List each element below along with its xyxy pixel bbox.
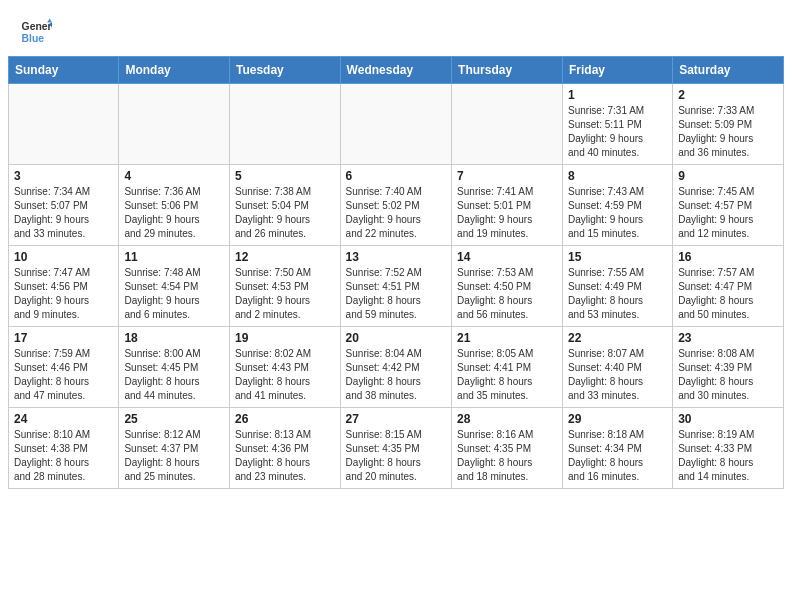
day-info: Sunrise: 8:19 AM Sunset: 4:33 PM Dayligh…	[678, 428, 778, 484]
day-info: Sunrise: 7:34 AM Sunset: 5:07 PM Dayligh…	[14, 185, 113, 241]
day-info: Sunrise: 8:00 AM Sunset: 4:45 PM Dayligh…	[124, 347, 224, 403]
day-info: Sunrise: 7:41 AM Sunset: 5:01 PM Dayligh…	[457, 185, 557, 241]
day-info: Sunrise: 8:07 AM Sunset: 4:40 PM Dayligh…	[568, 347, 667, 403]
day-number: 17	[14, 331, 113, 345]
calendar-cell: 17Sunrise: 7:59 AM Sunset: 4:46 PM Dayli…	[9, 327, 119, 408]
calendar-cell: 3Sunrise: 7:34 AM Sunset: 5:07 PM Daylig…	[9, 165, 119, 246]
calendar-cell: 28Sunrise: 8:16 AM Sunset: 4:35 PM Dayli…	[452, 408, 563, 489]
day-number: 25	[124, 412, 224, 426]
day-info: Sunrise: 7:48 AM Sunset: 4:54 PM Dayligh…	[124, 266, 224, 322]
calendar-cell: 21Sunrise: 8:05 AM Sunset: 4:41 PM Dayli…	[452, 327, 563, 408]
day-info: Sunrise: 7:43 AM Sunset: 4:59 PM Dayligh…	[568, 185, 667, 241]
day-number: 7	[457, 169, 557, 183]
calendar-cell: 23Sunrise: 8:08 AM Sunset: 4:39 PM Dayli…	[673, 327, 784, 408]
calendar-cell: 2Sunrise: 7:33 AM Sunset: 5:09 PM Daylig…	[673, 84, 784, 165]
day-number: 16	[678, 250, 778, 264]
day-number: 24	[14, 412, 113, 426]
calendar-cell	[9, 84, 119, 165]
weekday-header-tuesday: Tuesday	[229, 57, 340, 84]
page-header: General Blue	[0, 0, 792, 56]
calendar-cell: 20Sunrise: 8:04 AM Sunset: 4:42 PM Dayli…	[340, 327, 451, 408]
calendar-cell: 18Sunrise: 8:00 AM Sunset: 4:45 PM Dayli…	[119, 327, 230, 408]
calendar-cell: 4Sunrise: 7:36 AM Sunset: 5:06 PM Daylig…	[119, 165, 230, 246]
weekday-header-saturday: Saturday	[673, 57, 784, 84]
day-number: 28	[457, 412, 557, 426]
day-info: Sunrise: 8:15 AM Sunset: 4:35 PM Dayligh…	[346, 428, 446, 484]
calendar-cell	[340, 84, 451, 165]
calendar-cell: 5Sunrise: 7:38 AM Sunset: 5:04 PM Daylig…	[229, 165, 340, 246]
day-number: 20	[346, 331, 446, 345]
day-info: Sunrise: 7:36 AM Sunset: 5:06 PM Dayligh…	[124, 185, 224, 241]
calendar-cell: 9Sunrise: 7:45 AM Sunset: 4:57 PM Daylig…	[673, 165, 784, 246]
day-info: Sunrise: 7:57 AM Sunset: 4:47 PM Dayligh…	[678, 266, 778, 322]
weekday-header-friday: Friday	[563, 57, 673, 84]
calendar-week-3: 17Sunrise: 7:59 AM Sunset: 4:46 PM Dayli…	[9, 327, 784, 408]
calendar-cell: 25Sunrise: 8:12 AM Sunset: 4:37 PM Dayli…	[119, 408, 230, 489]
day-number: 6	[346, 169, 446, 183]
day-info: Sunrise: 8:04 AM Sunset: 4:42 PM Dayligh…	[346, 347, 446, 403]
calendar-week-2: 10Sunrise: 7:47 AM Sunset: 4:56 PM Dayli…	[9, 246, 784, 327]
day-number: 4	[124, 169, 224, 183]
logo-icon: General Blue	[20, 16, 52, 48]
day-info: Sunrise: 8:05 AM Sunset: 4:41 PM Dayligh…	[457, 347, 557, 403]
weekday-header-thursday: Thursday	[452, 57, 563, 84]
svg-marker-2	[47, 18, 52, 22]
calendar-table: SundayMondayTuesdayWednesdayThursdayFrid…	[8, 56, 784, 489]
day-number: 3	[14, 169, 113, 183]
day-info: Sunrise: 8:10 AM Sunset: 4:38 PM Dayligh…	[14, 428, 113, 484]
calendar-header: SundayMondayTuesdayWednesdayThursdayFrid…	[9, 57, 784, 84]
day-number: 18	[124, 331, 224, 345]
calendar-week-1: 3Sunrise: 7:34 AM Sunset: 5:07 PM Daylig…	[9, 165, 784, 246]
day-info: Sunrise: 7:45 AM Sunset: 4:57 PM Dayligh…	[678, 185, 778, 241]
day-number: 29	[568, 412, 667, 426]
day-number: 2	[678, 88, 778, 102]
day-info: Sunrise: 7:40 AM Sunset: 5:02 PM Dayligh…	[346, 185, 446, 241]
day-number: 19	[235, 331, 335, 345]
svg-text:General: General	[22, 21, 52, 32]
day-number: 9	[678, 169, 778, 183]
calendar-cell: 6Sunrise: 7:40 AM Sunset: 5:02 PM Daylig…	[340, 165, 451, 246]
day-number: 12	[235, 250, 335, 264]
day-info: Sunrise: 8:16 AM Sunset: 4:35 PM Dayligh…	[457, 428, 557, 484]
day-info: Sunrise: 7:31 AM Sunset: 5:11 PM Dayligh…	[568, 104, 667, 160]
day-number: 23	[678, 331, 778, 345]
calendar-cell: 30Sunrise: 8:19 AM Sunset: 4:33 PM Dayli…	[673, 408, 784, 489]
day-info: Sunrise: 7:47 AM Sunset: 4:56 PM Dayligh…	[14, 266, 113, 322]
day-info: Sunrise: 7:55 AM Sunset: 4:49 PM Dayligh…	[568, 266, 667, 322]
weekday-header-wednesday: Wednesday	[340, 57, 451, 84]
day-number: 14	[457, 250, 557, 264]
day-info: Sunrise: 7:50 AM Sunset: 4:53 PM Dayligh…	[235, 266, 335, 322]
day-info: Sunrise: 7:52 AM Sunset: 4:51 PM Dayligh…	[346, 266, 446, 322]
day-number: 15	[568, 250, 667, 264]
calendar-cell: 29Sunrise: 8:18 AM Sunset: 4:34 PM Dayli…	[563, 408, 673, 489]
day-number: 27	[346, 412, 446, 426]
calendar-cell: 24Sunrise: 8:10 AM Sunset: 4:38 PM Dayli…	[9, 408, 119, 489]
calendar-cell	[119, 84, 230, 165]
svg-text:Blue: Blue	[22, 33, 45, 44]
calendar-week-0: 1Sunrise: 7:31 AM Sunset: 5:11 PM Daylig…	[9, 84, 784, 165]
calendar-cell: 15Sunrise: 7:55 AM Sunset: 4:49 PM Dayli…	[563, 246, 673, 327]
calendar-week-4: 24Sunrise: 8:10 AM Sunset: 4:38 PM Dayli…	[9, 408, 784, 489]
day-number: 22	[568, 331, 667, 345]
calendar-cell: 16Sunrise: 7:57 AM Sunset: 4:47 PM Dayli…	[673, 246, 784, 327]
day-info: Sunrise: 8:02 AM Sunset: 4:43 PM Dayligh…	[235, 347, 335, 403]
day-number: 21	[457, 331, 557, 345]
calendar-cell: 7Sunrise: 7:41 AM Sunset: 5:01 PM Daylig…	[452, 165, 563, 246]
calendar-cell: 1Sunrise: 7:31 AM Sunset: 5:11 PM Daylig…	[563, 84, 673, 165]
day-number: 5	[235, 169, 335, 183]
calendar-cell: 19Sunrise: 8:02 AM Sunset: 4:43 PM Dayli…	[229, 327, 340, 408]
weekday-row: SundayMondayTuesdayWednesdayThursdayFrid…	[9, 57, 784, 84]
calendar-cell: 12Sunrise: 7:50 AM Sunset: 4:53 PM Dayli…	[229, 246, 340, 327]
logo: General Blue	[20, 16, 52, 48]
day-info: Sunrise: 8:18 AM Sunset: 4:34 PM Dayligh…	[568, 428, 667, 484]
day-number: 1	[568, 88, 667, 102]
calendar-wrapper: SundayMondayTuesdayWednesdayThursdayFrid…	[0, 56, 792, 497]
calendar-body: 1Sunrise: 7:31 AM Sunset: 5:11 PM Daylig…	[9, 84, 784, 489]
calendar-cell: 26Sunrise: 8:13 AM Sunset: 4:36 PM Dayli…	[229, 408, 340, 489]
day-number: 8	[568, 169, 667, 183]
weekday-header-sunday: Sunday	[9, 57, 119, 84]
day-info: Sunrise: 8:12 AM Sunset: 4:37 PM Dayligh…	[124, 428, 224, 484]
calendar-cell	[452, 84, 563, 165]
weekday-header-monday: Monday	[119, 57, 230, 84]
day-number: 26	[235, 412, 335, 426]
